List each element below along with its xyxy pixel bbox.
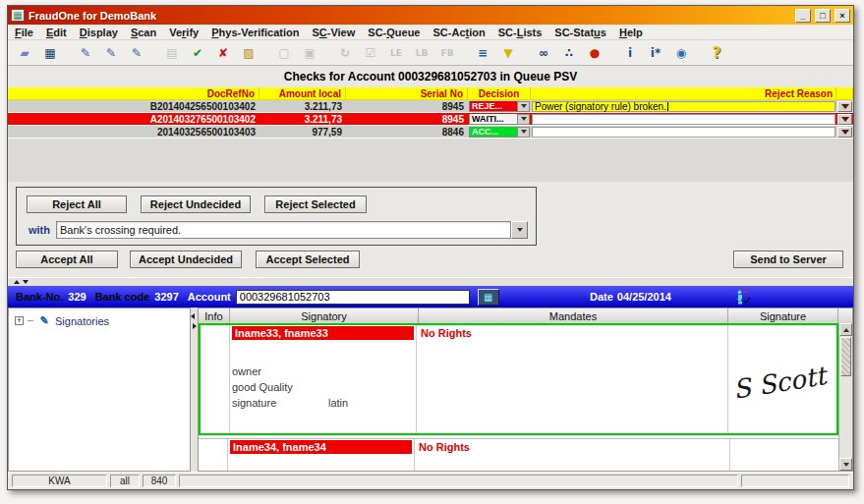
- signatory-row[interactable]: lname34, fname34 No Rights: [199, 438, 838, 471]
- sweep-icon[interactable]: ▨: [237, 42, 260, 63]
- account-search-icon[interactable]: [478, 289, 499, 306]
- menu-sc-action[interactable]: SC-Action: [433, 27, 486, 38]
- info-icon[interactable]: i: [618, 42, 642, 63]
- help-icon[interactable]: ?: [705, 42, 728, 63]
- serial-cell: 8945: [346, 113, 468, 125]
- verify-group-icon[interactable]: ✎: [125, 42, 148, 63]
- vertical-splitter[interactable]: [191, 308, 198, 472]
- horizontal-splitter[interactable]: [8, 277, 853, 286]
- menu-edit[interactable]: Edit: [46, 27, 67, 38]
- menu-help[interactable]: Help: [619, 27, 643, 38]
- info-add-icon[interactable]: i*: [644, 42, 667, 63]
- splitter-up-icon[interactable]: [14, 280, 20, 284]
- filter-funnel-icon[interactable]: ▼: [496, 42, 520, 63]
- bank-no-value: 329: [68, 291, 86, 303]
- person-status-icon[interactable]: ◉: [669, 42, 693, 63]
- accept-all-button[interactable]: Accept All: [16, 251, 118, 268]
- menu-sc-lists[interactable]: SC-Lists: [498, 27, 543, 38]
- list-le-icon[interactable]: LE: [384, 42, 408, 63]
- serial-cell: 8945: [346, 100, 468, 112]
- reject-reason-input[interactable]: [532, 127, 835, 138]
- reject-cross-icon[interactable]: ✘: [211, 42, 235, 63]
- reject-reason-dropdown-icon[interactable]: [837, 127, 852, 138]
- menu-phys-verification[interactable]: Phys-Verification: [211, 27, 299, 38]
- column-decision: Decision: [468, 87, 531, 99]
- menu-sc-status[interactable]: SC-Status: [554, 27, 606, 38]
- check-row[interactable]: B201404256500103402 3.211,73 8945 REJE..…: [8, 100, 853, 113]
- decision-dropdown[interactable]: WAITI...: [469, 114, 530, 125]
- pages-icon[interactable]: ▣: [298, 42, 321, 63]
- decision-dropdown[interactable]: ACC...: [469, 127, 530, 138]
- column-signature[interactable]: Signature: [728, 308, 838, 323]
- column-info[interactable]: Info: [199, 308, 230, 323]
- signatory-table-body: lname33, fname33 owner good Quality sign…: [199, 323, 852, 471]
- send-to-server-button[interactable]: Send to Server: [733, 251, 843, 268]
- signatory-row[interactable]: lname33, fname33 owner good Quality sign…: [199, 323, 838, 435]
- menu-verify[interactable]: Verify: [169, 27, 199, 38]
- accept-undecided-button[interactable]: Accept Undecided: [130, 251, 242, 268]
- app-window: FraudOne for DemoBank _ □ × File Edit Di…: [7, 5, 854, 490]
- check-row[interactable]: 201403256500103403 977,59 8846 ACC...: [8, 126, 853, 139]
- splitter-down-icon[interactable]: [23, 280, 29, 284]
- accept-check-icon[interactable]: ✔: [186, 42, 209, 63]
- list-lb-icon[interactable]: LB: [410, 42, 433, 63]
- account-input[interactable]: [236, 290, 470, 305]
- page-icon[interactable]: ▢: [272, 42, 296, 63]
- find-signatures-icon[interactable]: ∞: [532, 42, 555, 63]
- find-group-icon[interactable]: ∴: [557, 42, 581, 63]
- scroll-down-icon[interactable]: [839, 458, 852, 471]
- reload-icon[interactable]: ↻: [333, 42, 357, 63]
- reject-reason-dropdown-icon[interactable]: [837, 101, 852, 112]
- confirm-icon[interactable]: ☑: [359, 42, 382, 63]
- reject-selected-button[interactable]: Reject Selected: [264, 196, 367, 213]
- list-fb-icon[interactable]: FB: [435, 42, 459, 63]
- maximize-icon[interactable]: □: [815, 9, 831, 23]
- signature-image: S Scott: [730, 350, 835, 409]
- decision-dropdown[interactable]: REJE...: [469, 101, 530, 112]
- document-icon[interactable]: ▤: [160, 42, 184, 63]
- column-signatory[interactable]: Signatory: [230, 308, 419, 323]
- menu-sc-view[interactable]: SC-View: [312, 27, 355, 38]
- queue-list-icon[interactable]: ≡: [471, 42, 494, 63]
- reject-reason-input[interactable]: [532, 114, 835, 125]
- expand-icon[interactable]: [15, 316, 24, 325]
- stop-list-icon[interactable]: ●: [583, 42, 606, 63]
- title-bar[interactable]: FraudOne for DemoBank _ □ ×: [8, 6, 853, 25]
- reject-reason-dropdown-icon[interactable]: [837, 114, 852, 125]
- bank-no-label: Bank-No.: [16, 291, 63, 303]
- status-bar: KWA all 840: [8, 472, 853, 489]
- verify-signatory-icon[interactable]: ✎: [74, 42, 97, 63]
- reject-undecided-button[interactable]: Reject Undecided: [141, 196, 251, 213]
- signatory-status-icon[interactable]: [735, 289, 751, 305]
- header-spacer: [838, 308, 852, 323]
- chevron-down-icon: [517, 115, 529, 124]
- scan-view-icon[interactable]: ▦: [38, 42, 62, 63]
- column-mandates[interactable]: Mandates: [419, 308, 728, 323]
- vertical-scrollbar[interactable]: [838, 323, 852, 471]
- menu-sc-queue[interactable]: SC-Queue: [368, 27, 420, 38]
- column-spacer: [836, 87, 853, 99]
- close-icon[interactable]: ×: [835, 9, 850, 23]
- scrollbar-thumb[interactable]: [840, 337, 851, 376]
- chevron-down-icon: [517, 102, 529, 111]
- status-code: 840: [143, 475, 176, 487]
- signature-cell: S Scott: [728, 325, 836, 433]
- check-row[interactable]: A201403276500103402 3.211,73 8945 WAITI.…: [8, 113, 853, 126]
- reject-reason-combobox[interactable]: Bank's crossing required.: [56, 221, 528, 239]
- mandates-cell: No Rights: [417, 325, 728, 433]
- scrollbar-track[interactable]: [839, 377, 852, 458]
- tree-node-signatories[interactable]: Signatories: [9, 308, 190, 327]
- reject-reason-input[interactable]: Power (signatory rule) broken.: [532, 101, 835, 112]
- menu-file[interactable]: File: [15, 27, 33, 38]
- verify-pair-icon[interactable]: ✎: [99, 42, 123, 63]
- menu-display[interactable]: Display: [80, 27, 118, 38]
- chevron-down-icon[interactable]: [511, 221, 528, 239]
- scroll-up-icon[interactable]: [839, 323, 852, 336]
- signature-cell: [730, 439, 838, 471]
- menu-scan[interactable]: Scan: [131, 27, 156, 38]
- eraser-icon[interactable]: ▰: [13, 42, 36, 63]
- accept-selected-button[interactable]: Accept Selected: [256, 251, 360, 268]
- reject-all-button[interactable]: Reject All: [27, 196, 127, 213]
- amount-cell: 977,59: [259, 126, 346, 138]
- minimize-icon[interactable]: _: [795, 9, 811, 23]
